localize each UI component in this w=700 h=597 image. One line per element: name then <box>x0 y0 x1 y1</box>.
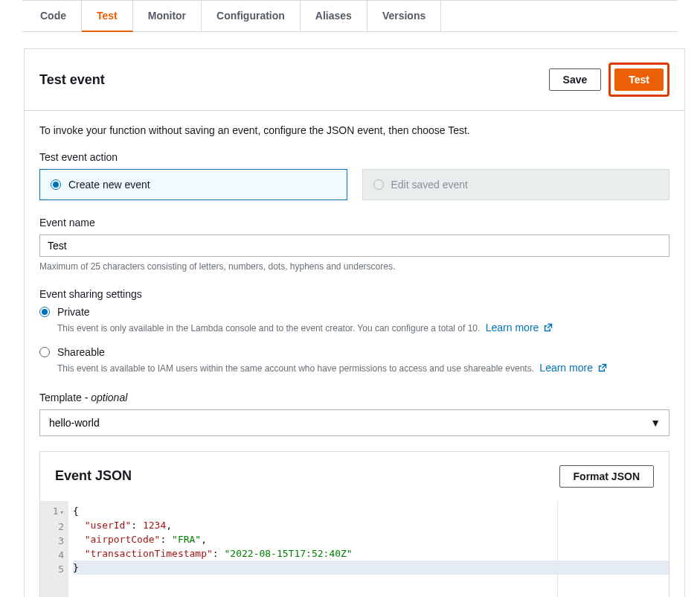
save-button[interactable]: Save <box>549 68 602 91</box>
private-label: Private <box>57 306 90 318</box>
tab-versions[interactable]: Versions <box>367 1 441 31</box>
template-select[interactable]: hello-world <box>39 409 670 436</box>
intro-text: To invoke your function without saving a… <box>39 124 670 136</box>
event-json-title: Event JSON <box>55 468 132 484</box>
test-button-highlight: Test <box>609 63 670 97</box>
test-event-action-label: Test event action <box>39 151 670 163</box>
private-learn-more-link[interactable]: Learn more <box>486 322 553 333</box>
test-event-panel: Test event Save Test To invoke your func… <box>24 48 685 597</box>
format-json-button[interactable]: Format JSON <box>559 465 654 488</box>
panel-title: Test event <box>39 72 105 88</box>
event-json-panel: Event JSON Format JSON 1 2 3 4 5 { "user <box>39 451 670 597</box>
radio-create-new-event[interactable]: Create new event <box>39 169 347 200</box>
tab-monitor[interactable]: Monitor <box>133 1 202 31</box>
external-link-icon <box>598 360 607 369</box>
event-name-label: Event name <box>39 217 670 229</box>
template-label: Template - optional <box>39 392 670 403</box>
tab-bar: Code Test Monitor Configuration Aliases … <box>22 1 678 32</box>
radio-selected-icon <box>51 179 61 190</box>
json-editor[interactable]: 1 2 3 4 5 { "userId": 1234, "airportCode… <box>40 501 669 597</box>
external-link-icon <box>544 320 553 329</box>
event-name-help: Maximum of 25 characters consisting of l… <box>39 261 670 272</box>
radio-edit-saved-event: Edit saved event <box>362 169 670 200</box>
shareable-description: This event is available to IAM users wit… <box>57 360 670 376</box>
radio-disabled-icon <box>373 179 384 190</box>
radio-unselected-icon <box>39 347 50 357</box>
shareable-learn-more-link[interactable]: Learn more <box>539 362 606 374</box>
radio-shareable[interactable]: Shareable <box>39 346 670 358</box>
radio-private[interactable]: Private <box>39 306 670 318</box>
radio-selected-icon <box>39 307 50 317</box>
code-area[interactable]: { "userId": 1234, "airportCode": "FRA", … <box>68 501 669 597</box>
tab-test[interactable]: Test <box>82 1 133 32</box>
tab-code[interactable]: Code <box>22 1 82 31</box>
radio-create-label: Create new event <box>68 179 150 191</box>
private-description: This event is only available in the Lamb… <box>57 319 670 336</box>
tab-aliases[interactable]: Aliases <box>301 1 367 31</box>
test-button[interactable]: Test <box>614 68 664 91</box>
tab-configuration[interactable]: Configuration <box>202 1 301 31</box>
shareable-label: Shareable <box>57 346 105 358</box>
line-gutter: 1 2 3 4 5 <box>40 501 68 597</box>
radio-edit-label: Edit saved event <box>391 179 469 191</box>
sharing-settings-label: Event sharing settings <box>39 288 670 300</box>
event-name-input[interactable] <box>39 234 670 257</box>
